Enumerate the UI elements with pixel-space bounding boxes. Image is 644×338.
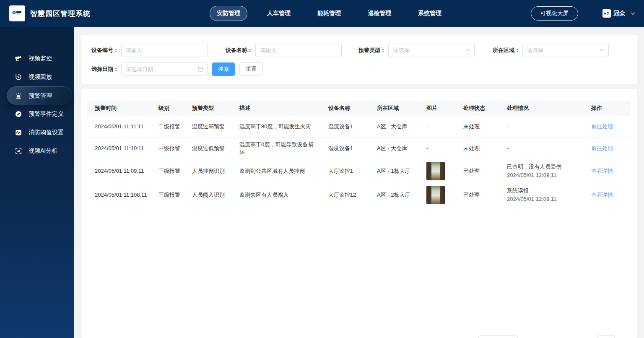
pagination-page-size-select[interactable]	[478, 335, 518, 338]
table-header-cell: 预警类型	[184, 104, 231, 112]
cell-description: 监测到公共区域有人员摔倒	[231, 165, 320, 177]
row-action-link[interactable]: 前往处理	[591, 123, 613, 130]
sidebar-item[interactable]: 消防阈值设置	[0, 123, 74, 142]
handling-text: -	[507, 145, 580, 152]
alert-table-panel: 预警时间 级别 预警类型 描述 设备名称 所在区域 图片 处理状态 处理情况 操…	[81, 89, 637, 338]
cell-action: 查看详情	[583, 189, 631, 201]
nav-item[interactable]: 系统管理	[411, 6, 449, 21]
table-row: 2024/05/01 11:11:11 二级报警 温度过高预警 温度高于80度，…	[87, 116, 631, 138]
main-content: 设备编号： 设备名称： 预警类型： 请选择 所在区域： 请选择 选择日期：	[74, 27, 644, 338]
handling-text: 已查明，没有人员受伤	[507, 163, 580, 171]
cell-alert-type: 温度过高预警	[184, 120, 231, 133]
table-header-cell: 图片	[418, 104, 455, 112]
row-action-link[interactable]: 查看详情	[591, 192, 613, 198]
cell-area: A区 - 大仓库	[369, 120, 418, 133]
sidebar-item[interactable]: AI 视频AI分析	[0, 142, 74, 160]
sidebar-item[interactable]: 预警事件定义	[0, 105, 74, 123]
table-header-cell: 描述	[231, 104, 320, 112]
cell-level: 一级报警	[151, 142, 184, 155]
nav-item[interactable]: 巡检管理	[361, 6, 398, 21]
cell-alert-time: 2024/05/01 11:10:11	[87, 142, 151, 155]
cell-image: -	[418, 142, 455, 155]
alert-type-select[interactable]: 请选择	[388, 44, 475, 57]
cell-level: 二级报警	[151, 120, 184, 133]
camera-icon	[14, 55, 23, 63]
cell-alert-time: 2024/05/01 11:11:11	[87, 120, 151, 133]
sidebar-item-label: 预警事件定义	[29, 110, 64, 118]
area-select[interactable]: 请选择	[522, 44, 609, 57]
cell-status: 已处理	[455, 189, 499, 201]
chevron-down-icon	[599, 47, 604, 54]
big-screen-button[interactable]: 可视化大屏	[531, 6, 579, 21]
image-placeholder: -	[426, 145, 428, 151]
sidebar-item-label: 视频回放	[29, 73, 52, 81]
area-placeholder: 请选择	[527, 47, 543, 54]
alert-thumbnail[interactable]	[426, 162, 445, 180]
top-navbar: 智慧园区管理系统 安防管理 人车管理 能耗管理 巡检管理 系统管理 可视化大屏 …	[0, 0, 644, 27]
row-action-link[interactable]: 查看详情	[591, 168, 613, 174]
cell-action: 前往处理	[583, 142, 631, 155]
table-header-row: 预警时间 级别 预警类型 描述 设备名称 所在区域 图片 处理状态 处理情况 操…	[87, 101, 631, 116]
cell-area: A区 - 1栋大厅	[369, 165, 418, 177]
cell-action: 查看详情	[583, 165, 631, 177]
cell-device-name: 湿度设备1	[320, 142, 369, 155]
cell-handling: 已查明，没有人员受伤 2024/05/01 12:09:11	[499, 161, 583, 182]
cell-device-name: 温度设备1	[320, 120, 369, 133]
table-row: 2024/05/01 11:10:11 一级报警 温度过低预警 温度高于0度，可…	[87, 138, 631, 159]
row-action-link[interactable]: 前往处理	[591, 145, 613, 151]
sidebar-item-label: 视频AI分析	[29, 147, 57, 155]
top-nav: 安防管理 人车管理 能耗管理 巡检管理 系统管理	[210, 0, 449, 27]
alert-thumbnail[interactable]	[426, 186, 445, 204]
nav-item[interactable]: 安防管理	[210, 6, 247, 21]
ai-analysis-icon: AI	[14, 147, 23, 155]
table-header-cell: 所在区域	[369, 104, 418, 112]
filter-device-code: 设备编号：	[91, 44, 208, 57]
filter-device-name: 设备名称：	[226, 44, 342, 57]
nav-item[interactable]: 人车管理	[260, 6, 298, 21]
cell-alert-time: 2024/05/01 11:108:11	[87, 189, 151, 201]
table-header-cell: 操作	[583, 104, 631, 112]
chevron-down-icon[interactable]	[630, 11, 636, 16]
brand: 智慧园区管理系统	[9, 0, 91, 27]
cell-image	[418, 159, 455, 183]
device-code-label: 设备编号：	[91, 47, 119, 54]
cell-action: 前往处理	[583, 120, 631, 133]
search-button[interactable]: 搜索	[212, 62, 235, 76]
sidebar: 视频监控 视频回放 预警管理 预警事件定义 消防阈值设置 AI 视频AI分析	[0, 27, 74, 338]
nav-item[interactable]: 能耗管理	[310, 6, 348, 21]
cell-alert-time: 2024/05/01 11:09:11	[87, 165, 151, 177]
handling-time: 2024/05/01 12:08:11	[507, 195, 580, 203]
pagination-jump-input[interactable]	[597, 335, 615, 338]
sidebar-item-label: 预警管理	[29, 92, 52, 100]
table-header-cell: 预警时间	[87, 104, 151, 112]
sidebar-item[interactable]: 视频监控	[0, 49, 74, 68]
sidebar-item-label: 视频监控	[29, 55, 52, 62]
company-logo-icon	[9, 5, 25, 21]
event-definition-icon	[14, 110, 23, 118]
device-code-input[interactable]	[121, 44, 208, 57]
device-name-label: 设备名称：	[226, 47, 253, 54]
cell-device-name: 大厅监控12	[320, 189, 369, 201]
alarm-icon	[14, 92, 23, 100]
table-row: 2024/05/01 11:108:11 三级报警 人员闯入识别 监测禁区有人员…	[87, 183, 631, 207]
device-name-input[interactable]	[255, 44, 342, 57]
reset-button[interactable]: 重置	[239, 62, 263, 76]
filter-panel: 设备编号： 设备名称： 预警类型： 请选择 所在区域： 请选择 选择日期：	[81, 35, 637, 84]
table-header-cell: 处理情况	[499, 104, 583, 112]
sidebar-item[interactable]: 视频回放	[0, 68, 74, 86]
date-input[interactable]	[121, 62, 208, 76]
cell-image	[418, 183, 455, 207]
cell-status: 未处理	[455, 120, 499, 133]
image-placeholder: -	[426, 123, 428, 130]
chevron-down-icon	[465, 47, 470, 54]
sidebar-item[interactable]: 预警管理	[7, 86, 72, 105]
filter-area: 所在区域： 请选择	[493, 44, 609, 57]
cell-area: A区 - 2栋大厅	[369, 189, 418, 201]
area-label: 所在区域：	[493, 47, 520, 54]
playback-icon	[14, 73, 23, 81]
handling-text: 系统误报	[507, 187, 580, 195]
cell-status: 已处理	[455, 165, 499, 177]
user-avatar[interactable]	[602, 9, 611, 18]
cell-handling: -	[499, 120, 583, 133]
cell-description: 温度高于0度，可能导致设备损坏	[231, 138, 320, 159]
